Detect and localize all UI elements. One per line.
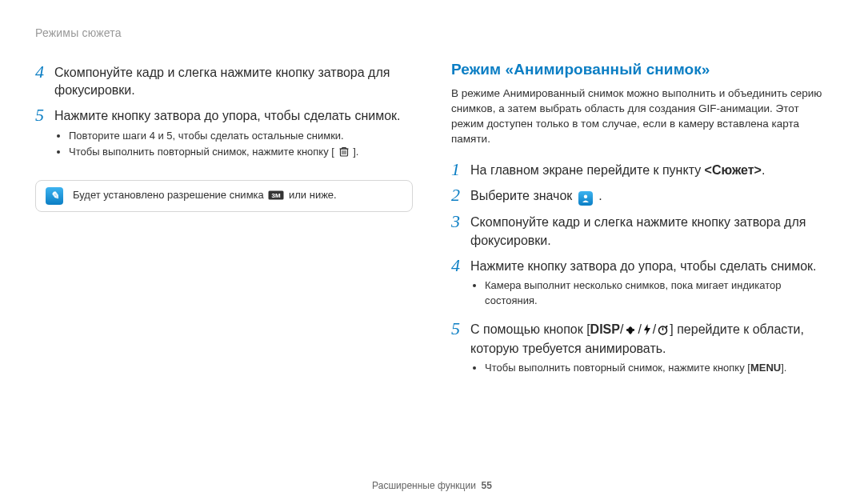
step-number: 5 xyxy=(451,319,470,338)
step-bold: <Сюжет> xyxy=(705,163,762,177)
note-text: Будет установлено разрешение снимка 3M и… xyxy=(73,188,337,204)
step-body: Нажмите кнопку затвора до упора, чтобы с… xyxy=(470,258,829,313)
section-intro: В режиме Анимированный снимок можно выпо… xyxy=(451,86,829,147)
svg-text:3M: 3M xyxy=(272,192,281,199)
footer-page: 55 xyxy=(482,480,492,491)
note-icon: ✎ xyxy=(46,187,63,205)
step-5: 5 С помощью кнопок [DISP///] перейдите к… xyxy=(451,321,829,381)
section-heading: Режим «Анимированный снимок» xyxy=(451,59,829,81)
step-post: . xyxy=(598,189,602,202)
running-head: Режимы сюжета xyxy=(35,26,829,42)
step-body: Выберите значок . xyxy=(470,187,829,206)
page: Режимы сюжета 4 Скомпонуйте кадр и слегк… xyxy=(0,0,864,504)
menu-key: MENU xyxy=(750,362,781,374)
step-number: 5 xyxy=(35,106,54,124)
bullet: Чтобы выполнить повторный снимок, нажмит… xyxy=(485,361,829,375)
step-number: 4 xyxy=(451,256,470,274)
bullet-post: ]. xyxy=(353,146,358,158)
macro-icon xyxy=(625,322,636,340)
step-number: 2 xyxy=(451,186,470,204)
right-column: Режим «Анимированный снимок» В режиме Ан… xyxy=(451,64,829,389)
step-pre: С помощью кнопок [ xyxy=(470,322,590,336)
step-number: 1 xyxy=(451,160,470,178)
disp-key: DISP xyxy=(590,322,620,336)
step-pre: Выберите значок xyxy=(470,189,576,202)
step-text: Нажмите кнопку затвора до упора, чтобы с… xyxy=(54,107,413,125)
svg-point-5 xyxy=(633,329,635,331)
resolution-icon: 3M xyxy=(268,190,284,204)
step-text: С помощью кнопок [DISP///] перейдите к о… xyxy=(470,321,829,358)
step-number: 3 xyxy=(451,212,470,230)
bullet: Повторите шаги 4 и 5, чтобы сделать оста… xyxy=(69,129,413,143)
bullet: Камера выполнит несколько снимков, пока … xyxy=(485,278,829,307)
animated-photo-mode-icon xyxy=(578,191,593,206)
step-text: Скомпонуйте кадр и слегка нажмите кнопку… xyxy=(54,64,413,100)
step-4: 4 Нажмите кнопку затвора до упора, чтобы… xyxy=(451,258,829,313)
step-bullets: Чтобы выполнить повторный снимок, нажмит… xyxy=(470,361,829,375)
step-text: Скомпонуйте кадр и слегка нажмите кнопку… xyxy=(470,214,829,250)
sep: / xyxy=(620,322,623,336)
bullet-pre: Чтобы выполнить повторный снимок, нажмит… xyxy=(485,362,750,374)
step-text: Выберите значок . xyxy=(470,187,829,206)
left-column: 4 Скомпонуйте кадр и слегка нажмите кноп… xyxy=(35,64,413,389)
step-body: Нажмите кнопку затвора до упора, чтобы с… xyxy=(54,107,413,166)
sep: / xyxy=(638,322,641,336)
step-2: 2 Выберите значок . xyxy=(451,187,829,206)
two-column-layout: 4 Скомпонуйте кадр и слегка нажмите кноп… xyxy=(35,64,829,389)
step-pre: На главном экране перейдите к пункту xyxy=(470,163,705,177)
timer-icon xyxy=(658,322,668,340)
step-text: Нажмите кнопку затвора до упора, чтобы с… xyxy=(470,258,829,275)
step-5: 5 Нажмите кнопку затвора до упора, чтобы… xyxy=(35,107,413,166)
bullet-pre: Чтобы выполнить повторный снимок, нажмит… xyxy=(69,146,334,158)
note-pre: Будет установлено разрешение снимка xyxy=(73,189,266,201)
note-callout: ✎ Будет установлено разрешение снимка 3M… xyxy=(35,180,413,212)
svg-point-4 xyxy=(626,329,629,331)
step-body: Скомпонуйте кадр и слегка нажмите кнопку… xyxy=(54,64,413,100)
footer-label: Расширенные функции xyxy=(372,480,476,491)
step-bullets: Повторите шаги 4 и 5, чтобы сделать оста… xyxy=(54,129,413,161)
step-4: 4 Скомпонуйте кадр и слегка нажмите кноп… xyxy=(35,64,413,100)
step-body: Скомпонуйте кадр и слегка нажмите кнопку… xyxy=(470,214,829,250)
flash-icon xyxy=(643,322,651,340)
step-number: 4 xyxy=(35,62,54,81)
step-1: 1 На главном экране перейдите к пункту <… xyxy=(451,162,829,179)
note-post: или ниже. xyxy=(289,189,337,201)
step-post: . xyxy=(762,163,765,177)
bullet-post: ]. xyxy=(781,362,786,374)
step-body: На главном экране перейдите к пункту <Сю… xyxy=(470,162,829,179)
svg-point-3 xyxy=(584,195,587,198)
footer: Расширенные функции 55 xyxy=(0,479,864,493)
step-body: С помощью кнопок [DISP///] перейдите к о… xyxy=(470,321,829,381)
trash-icon xyxy=(339,146,349,161)
step-bullets: Камера выполнит несколько снимков, пока … xyxy=(470,278,829,307)
sep: / xyxy=(653,322,656,336)
step-text: На главном экране перейдите к пункту <Сю… xyxy=(470,162,829,179)
bullet: Чтобы выполнить повторный снимок, нажмит… xyxy=(69,145,413,161)
step-3: 3 Скомпонуйте кадр и слегка нажмите кноп… xyxy=(451,214,829,250)
